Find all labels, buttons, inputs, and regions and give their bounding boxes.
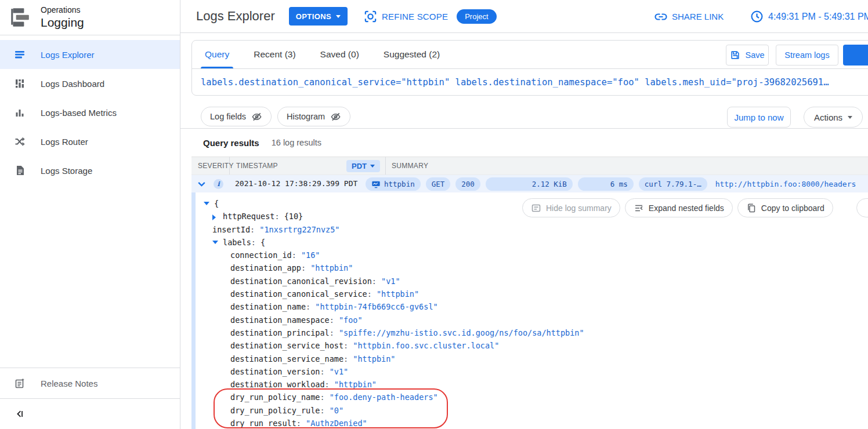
run-query-button[interactable]: Run xyxy=(843,45,868,66)
actions-menu-button[interactable]: Actions xyxy=(804,107,863,128)
detail-action-buttons: Hide log summaryExpand nested fieldsCopy… xyxy=(522,198,868,217)
chip-label: GET xyxy=(432,180,445,188)
chip-label: curl 7.79.1-… xyxy=(645,180,701,188)
summary-chip-2-12-kib[interactable]: 2.12 KiB xyxy=(486,177,573,191)
sidebar-item-logs-dashboard[interactable]: Logs Dashboard xyxy=(0,69,180,98)
json-line-labels: labels: { xyxy=(196,236,868,249)
tab-saved-0[interactable]: Saved (0) xyxy=(308,41,371,68)
sidebar-item-logs-explorer[interactable]: Logs Explorer xyxy=(0,40,180,69)
refine-scope-icon xyxy=(364,10,377,23)
json-colon: : xyxy=(367,289,377,299)
sidebar-item-logs-router[interactable]: Logs Router xyxy=(0,127,180,156)
json-line-connection-id: connection_id: "16" xyxy=(196,249,868,261)
json-value: "v1" xyxy=(381,277,400,286)
collapse-node-icon[interactable] xyxy=(212,236,223,249)
copy-to-clipboard-button[interactable]: Copy to clipboard xyxy=(737,198,833,217)
sidebar-item-logs-based-metrics[interactable]: Logs-based Metrics xyxy=(0,98,180,127)
json-key: dry_run_policy_name xyxy=(230,392,320,402)
json-line-destination-canonical-revision: destination_canonical_revision: "v1" xyxy=(196,275,868,288)
options-button-label: OPTIONS xyxy=(296,12,331,21)
save-button[interactable]: Save xyxy=(726,45,769,66)
chip-label: 6 ms xyxy=(610,180,628,188)
product-title: Logging xyxy=(41,15,84,30)
tab-query[interactable]: Query xyxy=(193,41,241,68)
json-key: httpRequest xyxy=(223,212,274,221)
logs-router-icon xyxy=(14,136,26,147)
collapse-sidebar-icon[interactable] xyxy=(15,409,25,419)
project-scope-badge[interactable]: Project xyxy=(457,9,496,24)
summary-chip-get[interactable]: GET xyxy=(426,177,451,191)
json-line-destination-namespace: destination_namespace: "foo" xyxy=(196,314,868,326)
json-colon: : xyxy=(343,354,353,363)
json-value: "foo.deny-path-headers" xyxy=(330,392,438,402)
options-button[interactable]: OPTIONS xyxy=(289,7,348,26)
log-fields-label: Log fields xyxy=(210,112,246,121)
collapse-entry-chevron-icon[interactable] xyxy=(196,179,207,190)
timezone-selector[interactable]: PDT xyxy=(346,160,380,172)
tab-recent-3[interactable]: Recent (3) xyxy=(241,41,308,68)
json-colon: : xyxy=(301,263,310,272)
log-entry-row[interactable]: i 2021-10-12 17:38:29.399 PDT httpbinGET… xyxy=(191,174,868,192)
sidebar-item-label: Logs Dashboard xyxy=(41,79,104,89)
results-title: Query results xyxy=(203,138,259,148)
json-colon: : xyxy=(343,341,353,350)
expand-nested-icon xyxy=(634,203,644,213)
button-label: Copy to clipboard xyxy=(761,203,824,213)
column-summary: SUMMARY xyxy=(386,157,868,174)
sidebar-collapse-row xyxy=(0,399,180,429)
json-colon: : xyxy=(320,406,329,415)
summary-chip-httpbin[interactable]: httpbin xyxy=(366,177,421,191)
json-value: "spiffe://ymzhu-istio.svc.id.goog/ns/foo… xyxy=(339,328,584,337)
sidebar-item-release-notes[interactable]: Release Notes xyxy=(0,368,180,398)
jump-to-now-button[interactable]: Jump to now xyxy=(727,107,791,128)
button-label: Expand nested fields xyxy=(649,203,724,213)
results-header: Query results 16 log results xyxy=(180,129,321,157)
collapse-node-icon[interactable] xyxy=(204,197,214,210)
stream-logs-button[interactable]: Stream logs xyxy=(776,45,838,66)
json-key: destination_name xyxy=(230,302,306,311)
json-colon: : xyxy=(325,380,334,389)
expand-node-icon[interactable] xyxy=(212,210,223,223)
product-eyebrow: Operations xyxy=(41,5,84,15)
json-value: { xyxy=(214,199,219,208)
refine-scope-button[interactable]: REFINE SCOPE xyxy=(364,10,448,23)
histogram-label: Histogram xyxy=(287,112,325,121)
json-colon: : xyxy=(250,225,259,234)
json-value: "httpbin-74fb669cc6-gv6sl" xyxy=(315,302,437,311)
save-icon xyxy=(730,50,740,60)
json-colon: : xyxy=(320,367,329,376)
clipped-action-button[interactable] xyxy=(856,198,868,217)
eye-off-icon xyxy=(251,111,262,122)
json-value: "httpbin" xyxy=(334,380,377,389)
json-value: "v1" xyxy=(330,367,349,376)
summary-chip-200[interactable]: 200 xyxy=(455,177,480,191)
json-key: destination_workload xyxy=(230,380,325,389)
expand-nested-fields-button[interactable]: Expand nested fields xyxy=(625,198,733,217)
time-range-picker[interactable]: 4:49:31 PM - 5:49:31 PM xyxy=(750,0,868,33)
summary-chip-6-ms[interactable]: 6 ms xyxy=(578,177,634,191)
json-line-destination-principal: destination_principal: "spiffe://ymzhu-i… xyxy=(196,326,868,339)
query-editor[interactable]: labels.destination_canonical_service="ht… xyxy=(192,69,868,95)
log-fields-toggle[interactable]: Log fields xyxy=(201,107,272,126)
release-notes-label: Release Notes xyxy=(41,379,97,388)
time-range-label: 4:49:31 PM - 5:49:31 PM xyxy=(768,12,868,22)
chevron-down-icon xyxy=(370,165,375,170)
results-toolbar: Log fields Histogram Jump to now Actions xyxy=(180,107,868,129)
json-value: { xyxy=(261,238,265,247)
logs-based-metrics-icon xyxy=(14,107,26,118)
logging-logo-icon xyxy=(8,6,31,29)
chip-label: 2.12 KiB xyxy=(532,180,567,188)
sidebar-item-label: Logs Storage xyxy=(41,166,92,176)
json-line-destination-workload: destination_workload: "httpbin" xyxy=(196,378,868,391)
json-colon: : xyxy=(296,419,306,428)
severity-info-icon: i xyxy=(214,179,223,189)
histogram-toggle[interactable]: Histogram xyxy=(277,107,350,126)
share-link-button[interactable]: SHARE LINK xyxy=(654,0,724,33)
summary-chip-curl-7-79-1[interactable]: curl 7.79.1-… xyxy=(639,177,707,191)
json-value: "0" xyxy=(330,406,343,415)
query-builder-card: QueryRecent (3)Saved (0)Suggested (2) Sa… xyxy=(191,40,868,96)
refine-scope-label: REFINE SCOPE xyxy=(382,12,448,21)
tab-suggested-2[interactable]: Suggested (2) xyxy=(371,41,452,68)
sidebar-item-logs-storage[interactable]: Logs Storage xyxy=(0,156,180,185)
sidebar-item-label: Logs-based Metrics xyxy=(41,108,117,118)
